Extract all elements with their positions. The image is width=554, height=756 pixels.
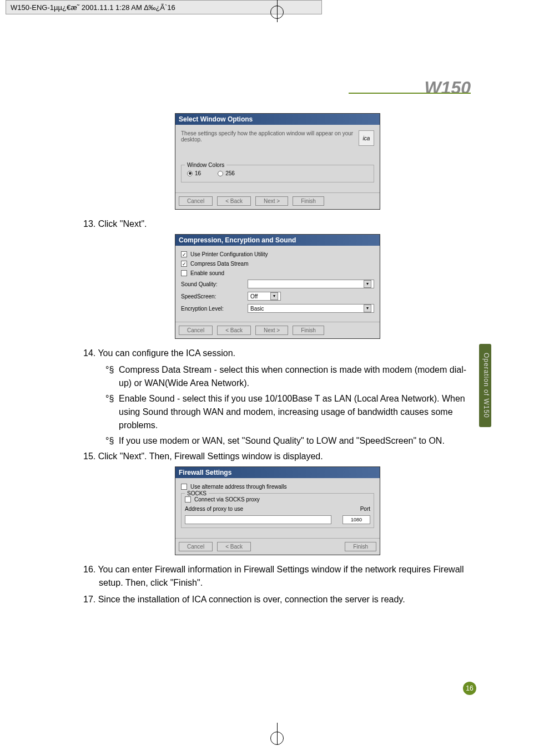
step-17: 17. Since the installation of ICA connec… [83, 593, 472, 606]
socks-label: SOCKS [185, 490, 209, 496]
checkbox-icon [185, 496, 191, 503]
proxy-fields: 1080 [185, 515, 370, 524]
radio-icon [187, 171, 193, 176]
filename-text: W150-ENG-1µµ¿€æ˜ 2001.11.1 1:28 AM ∆‰¿Ã`… [11, 3, 175, 12]
window-colors-label: Window Colors [185, 162, 226, 168]
ica-icon: ica [359, 130, 374, 146]
step-16: 16. You can enter Firewall information i… [83, 563, 472, 590]
radio-icon [218, 171, 223, 176]
checkbox-icon: ✓ [181, 261, 187, 267]
encryption-dropdown[interactable]: Basic ▾ [248, 304, 374, 313]
section-tab: Operation of W150 [479, 344, 491, 427]
checkbox-icon: ✓ [181, 251, 187, 257]
bullet-3-text: If you use modem or WAN, set "Sound Qual… [119, 434, 472, 448]
dialog1-description: These settings specify how the applicati… [181, 130, 374, 143]
checkbox-icon [181, 270, 187, 276]
printer-config-checkbox[interactable]: ✓ Use Printer Configuration Utility [181, 251, 374, 257]
proxy-addr-label: Address of proxy to use [185, 506, 243, 512]
select-window-options-dialog: Select Window Options ica These settings… [175, 113, 380, 210]
check3-label: Enable sound [190, 270, 224, 276]
dialog1-buttons: Cancel < Back Next > Finish [175, 192, 380, 209]
encryption-value: Basic [250, 306, 264, 312]
proxy-address-row: Address of proxy to use Port [185, 506, 370, 512]
chevron-down-icon: ▾ [364, 305, 371, 312]
dialog3-title: Firewall Settings [175, 467, 380, 478]
page-content: Select Window Options ica These settings… [83, 110, 472, 610]
port-input[interactable]: 1080 [343, 515, 370, 524]
socks-proxy-label: Connect via SOCKS proxy [194, 496, 260, 503]
finish-button[interactable]: Finish [293, 326, 324, 335]
enable-sound-checkbox[interactable]: Enable sound [181, 270, 374, 276]
step-13: 13. Click "Next". [83, 217, 472, 231]
bullet-1-text: Compress Data Stream - select this when … [119, 363, 472, 390]
speedscreen-value: Off [250, 293, 258, 300]
alt-address-label: Use alternate address through firewalls [190, 484, 286, 490]
finish-button[interactable]: Finish [345, 542, 376, 551]
compression-encryption-dialog: Compression, Encryption and Sound ✓ Use … [175, 234, 380, 339]
firewall-settings-dialog: Firewall Settings Use alternate address … [175, 466, 380, 555]
radio-16[interactable]: 16 [187, 170, 201, 176]
dialog2-buttons: Cancel < Back Next > Finish [175, 322, 380, 338]
bullet-3: °§ If you use modem or WAN, set "Sound Q… [83, 434, 472, 448]
crop-mark-top [266, 0, 288, 22]
next-button[interactable]: Next > [255, 196, 288, 206]
back-button[interactable]: < Back [217, 542, 251, 551]
check2-label: Compress Data Stream [190, 261, 248, 267]
next-button[interactable]: Next > [255, 326, 288, 335]
sound-quality-row: Sound Quality: ▾ [181, 280, 374, 288]
model-label: W150 [424, 78, 471, 98]
alt-address-checkbox[interactable]: Use alternate address through firewalls [181, 484, 374, 490]
step-15: 15. Click "Next". Then, Firewall Setting… [83, 450, 472, 463]
checkbox-icon [181, 484, 187, 490]
sound-quality-label: Sound Quality: [181, 281, 242, 287]
cancel-button[interactable]: Cancel [179, 326, 213, 335]
registration-circle-icon [270, 6, 284, 19]
proxy-address-input[interactable] [185, 515, 331, 524]
bullet-2-text: Enable Sound - select this if you use 10… [119, 392, 472, 432]
finish-button[interactable]: Finish [293, 196, 324, 206]
dialog1-body: ica These settings specify how the appli… [175, 125, 380, 192]
back-button[interactable]: < Back [217, 196, 251, 206]
registration-circle-icon [270, 732, 284, 745]
radio-row: 16 256 [185, 168, 370, 179]
cancel-button[interactable]: Cancel [179, 196, 213, 206]
chevron-down-icon: ▾ [270, 292, 278, 300]
dialog2-title: Compression, Encryption and Sound [175, 235, 380, 246]
divider-line [349, 93, 471, 94]
dialog3-body: Use alternate address through firewalls … [175, 478, 380, 538]
speedscreen-row: SpeedScreen: Off ▾ [181, 292, 374, 301]
bullet-marker: °§ [105, 363, 119, 390]
bullet-marker: °§ [105, 392, 119, 432]
dialog1-title: Select Window Options [175, 114, 380, 125]
bullet-2: °§ Enable Sound - select this if you use… [83, 392, 472, 432]
radio-16-label: 16 [195, 170, 201, 176]
speedscreen-dropdown[interactable]: Off ▾ [248, 292, 281, 301]
bullet-1: °§ Compress Data Stream - select this wh… [83, 363, 472, 390]
socks-group: SOCKS Connect via SOCKS proxy Address of… [181, 493, 374, 528]
check1-label: Use Printer Configuration Utility [190, 251, 268, 257]
encryption-label: Encryption Level: [181, 306, 242, 312]
radio-256[interactable]: 256 [218, 170, 235, 176]
socks-proxy-checkbox[interactable]: Connect via SOCKS proxy [185, 496, 370, 503]
crop-mark-bottom [266, 723, 288, 745]
speedscreen-label: SpeedScreen: [181, 293, 242, 300]
encryption-row: Encryption Level: Basic ▾ [181, 304, 374, 313]
radio-256-label: 256 [225, 170, 235, 176]
cancel-button[interactable]: Cancel [179, 542, 213, 551]
port-label: Port [360, 506, 370, 512]
dialog3-buttons: Cancel < Back Finish [175, 538, 380, 555]
window-colors-group: Window Colors 16 256 [181, 165, 374, 182]
sound-quality-dropdown[interactable]: ▾ [248, 280, 374, 288]
back-button[interactable]: < Back [217, 326, 251, 335]
bullet-marker: °§ [105, 434, 119, 448]
page-number: 16 [463, 682, 476, 695]
compress-checkbox[interactable]: ✓ Compress Data Stream [181, 261, 374, 267]
dialog2-body: ✓ Use Printer Configuration Utility ✓ Co… [175, 246, 380, 322]
step-14: 14. You can configure the ICA session. [83, 347, 472, 360]
chevron-down-icon: ▾ [364, 280, 371, 288]
